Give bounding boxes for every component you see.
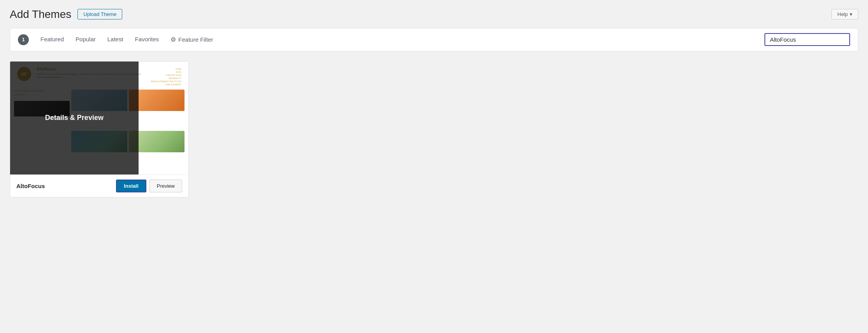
gear-icon: ⚙ (170, 36, 176, 43)
page-header: Add Themes Upload Theme Help ▾ (10, 8, 858, 21)
nav-bar: 1 Featured Popular Latest Favorites ⚙ Fe… (10, 28, 858, 51)
af-nav-item: BLOG (151, 71, 181, 73)
af-nav-item: IMAGE ALIGNMENT AND STYLES (151, 80, 181, 83)
help-label: Help (837, 11, 848, 17)
tab-latest[interactable]: Latest (107, 34, 123, 45)
theme-screenshot: AF AltoFocus AltoFocus is a theme for ph… (10, 62, 188, 174)
upload-theme-button[interactable]: Upload Theme (77, 9, 122, 19)
feature-filter-label: Feature Filter (178, 36, 213, 43)
install-button[interactable]: Install (116, 180, 146, 192)
theme-name: AltoFocus (16, 183, 45, 189)
page-title: Add Themes (10, 8, 71, 21)
nav-left: 1 Featured Popular Latest Favorites ⚙ Fe… (18, 34, 213, 45)
header-left: Add Themes Upload Theme (10, 8, 122, 21)
themes-grid: AF AltoFocus AltoFocus is a theme for ph… (10, 61, 858, 197)
overlay-label: Details & Preview (45, 114, 104, 122)
theme-card-altofocus: AF AltoFocus AltoFocus is a theme for ph… (10, 61, 189, 197)
search-input[interactable] (764, 33, 850, 46)
nav-badge: 1 (18, 34, 29, 45)
theme-actions: Install Preview (116, 180, 182, 192)
af-nav-item: READABILITY (151, 77, 181, 79)
af-nav: HOME BLOG A RECENT PAGE READABILITY IMAG… (151, 67, 181, 86)
af-nav-item: HOME (151, 68, 181, 70)
page-wrapper: Add Themes Upload Theme Help ▾ 1 Feature… (0, 0, 868, 333)
chevron-down-icon: ▾ (850, 11, 852, 17)
theme-footer: AltoFocus Install Preview (10, 174, 188, 197)
preview-button[interactable]: Preview (149, 180, 182, 192)
help-button[interactable]: Help ▾ (831, 9, 858, 19)
af-nav-item: A RECENT PAGE (151, 74, 181, 76)
details-overlay[interactable]: Details & Preview (10, 62, 139, 174)
tab-popular[interactable]: Popular (76, 34, 96, 45)
af-nav-item: HTML ELEMENTS (151, 83, 181, 86)
tab-featured[interactable]: Featured (40, 34, 64, 45)
feature-filter[interactable]: ⚙ Feature Filter (170, 36, 213, 43)
tab-favorites[interactable]: Favorites (135, 34, 159, 45)
